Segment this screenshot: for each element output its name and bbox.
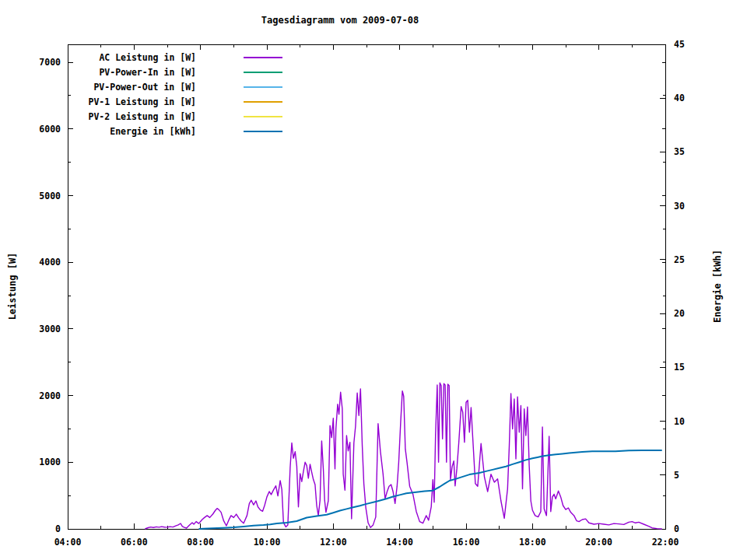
legend-label-pv-1-leistung-in-w: PV-1 Leistung in [W] — [89, 96, 196, 107]
legend-label-energie-in-kwh: Energie in [kWh] — [110, 126, 196, 137]
left-axis-tick-label: 6000 — [39, 124, 61, 135]
x-axis-tick-label: 16:00 — [453, 537, 480, 548]
right-axis-tick-label: 25 — [674, 254, 685, 265]
x-axis-tick-label: 12:00 — [320, 537, 347, 548]
series-line-ac-leistung-in-w — [145, 383, 661, 529]
legend-label-pv-power-out-in-w: PV-Power-Out in [W] — [93, 82, 196, 93]
left-axis-tick-label: 2000 — [39, 390, 61, 401]
left-axis-tick-label: 1000 — [39, 457, 61, 467]
x-axis-tick-label: 06:00 — [121, 537, 148, 548]
x-axis-tick-label: 04:00 — [54, 537, 82, 548]
series-line-energie-in-kwh — [199, 450, 662, 529]
x-axis-tick-label: 22:00 — [652, 537, 679, 548]
x-axis-tick-label: 14:00 — [386, 537, 413, 548]
legend-label-pv-power-in-in-w: PV-Power-In in [W] — [99, 67, 196, 78]
right-axis-tick-label: 30 — [674, 201, 685, 212]
x-axis-tick-label: 08:00 — [187, 537, 214, 548]
right-axis-tick-label: 10 — [674, 416, 685, 427]
right-axis-tick-label: 40 — [674, 93, 685, 103]
x-axis-tick-label: 18:00 — [519, 537, 546, 548]
x-axis-tick-label: 20:00 — [585, 537, 612, 548]
right-axis-tick-label: 5 — [674, 470, 679, 481]
right-axis-title: Energie [kWh] — [712, 250, 723, 323]
x-axis-tick-label: 10:00 — [254, 537, 281, 548]
chart-canvas: 04:0006:0008:0010:0012:0014:0016:0018:00… — [0, 0, 747, 560]
plot-area: 04:0006:0008:0010:0012:0014:0016:0018:00… — [0, 0, 747, 560]
chart-title: Tagesdiagramm vom 2009-07-08 — [0, 15, 680, 26]
legend-label-pv-2-leistung-in-w: PV-2 Leistung in [W] — [89, 111, 196, 122]
left-axis-tick-label: 5000 — [39, 191, 61, 201]
right-axis-tick-label: 15 — [674, 362, 685, 373]
right-axis-tick-label: 45 — [674, 39, 685, 50]
right-axis-tick-label: 35 — [674, 146, 685, 157]
left-axis-title: Leistung [W] — [7, 253, 18, 320]
right-axis-tick-label: 0 — [674, 523, 679, 534]
left-axis-tick-label: 7000 — [39, 57, 61, 68]
right-axis-tick-label: 20 — [674, 308, 685, 319]
left-axis-tick-label: 3000 — [39, 324, 61, 334]
left-axis-tick-label: 0 — [55, 523, 61, 534]
left-axis-tick-label: 4000 — [39, 257, 61, 268]
legend-label-ac-leistung-in-w: AC Leistung in [W] — [99, 52, 196, 63]
